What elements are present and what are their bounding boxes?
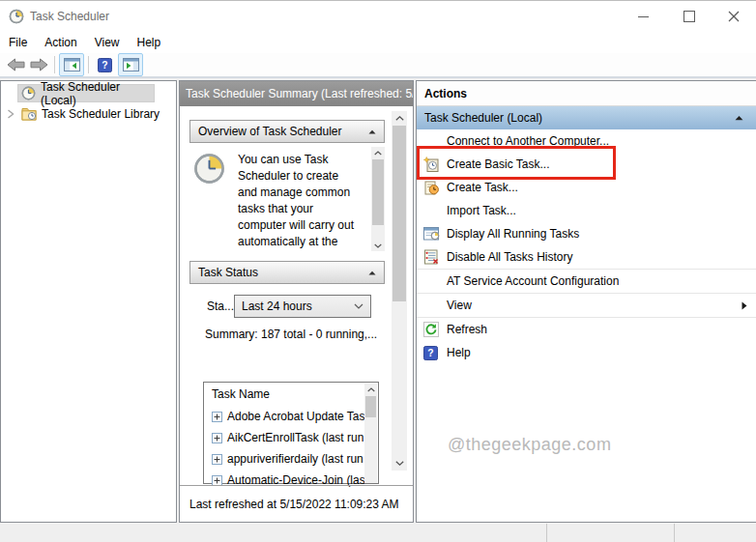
task-list-item[interactable]: AikCertEnrollTask (last run: [204, 427, 378, 448]
task-list-item[interactable]: appuriverifierdaily (last run: [204, 448, 378, 470]
actions-section-title: Task Scheduler (Local): [424, 111, 542, 125]
scroll-down-icon[interactable]: [371, 240, 385, 251]
task-list: Task Name Adobe Acrobat Update Tas AikCe…: [203, 382, 379, 484]
summary-panel: Task Scheduler Summary (Last refreshed: …: [179, 80, 414, 523]
scrollbar-thumb[interactable]: [372, 159, 384, 225]
expand-plus-icon[interactable]: [212, 454, 222, 465]
task-scheduler-clock-icon: [21, 86, 37, 101]
menu-view[interactable]: View: [86, 34, 129, 51]
tree-item-label: Task Scheduler Library: [42, 107, 160, 121]
action-disable-all-tasks-history[interactable]: Disable All Tasks History: [417, 245, 756, 269]
toolbar: ?: [0, 53, 756, 78]
status-period-dropdown[interactable]: Last 24 hours: [234, 295, 371, 318]
task-name: appuriverifierdaily (last run: [227, 452, 363, 466]
last-refreshed-bar: Last refreshed at 5/15/2022 11:09:23 AM: [180, 485, 413, 522]
console-tree-panel: Task Scheduler (Local) Task Scheduler Li…: [0, 80, 177, 523]
close-button[interactable]: [717, 4, 750, 29]
scroll-down-icon[interactable]: [392, 456, 407, 471]
toolbar-separator: [88, 56, 89, 73]
folder-clock-icon: [21, 106, 37, 122]
disable-history-icon: [423, 249, 440, 265]
minimize-button[interactable]: [626, 4, 659, 29]
collapse-up-icon[interactable]: [735, 115, 743, 121]
title-bar: Task Scheduler: [0, 1, 756, 32]
menu-file[interactable]: File: [0, 34, 36, 51]
back-button[interactable]: [4, 54, 27, 75]
overview-section-header[interactable]: Overview of Task Scheduler: [189, 120, 385, 143]
actions-header: Actions: [417, 81, 756, 106]
display-running-tasks-icon: [423, 226, 440, 242]
scrollbar-thumb[interactable]: [393, 126, 406, 301]
bottom-strip-divider: [546, 524, 547, 542]
create-task-icon: [423, 180, 440, 195]
minimize-icon: [638, 16, 649, 17]
collapse-up-icon[interactable]: [368, 129, 376, 134]
task-status-title: Task Status: [198, 266, 258, 279]
close-icon: [728, 11, 740, 22]
show-console-tree-icon: [64, 58, 80, 71]
actions-section-header[interactable]: Task Scheduler (Local): [417, 106, 756, 129]
back-icon: [7, 58, 25, 71]
tree-item-task-scheduler-library[interactable]: Task Scheduler Library: [7, 104, 177, 123]
refresh-icon: [423, 322, 440, 337]
chevron-down-icon: [354, 303, 363, 309]
task-list-scrollbar[interactable]: [364, 384, 377, 483]
task-status-section-header[interactable]: Task Status: [189, 261, 385, 284]
task-scheduler-window: Task Scheduler File Action View Help ?: [0, 0, 756, 542]
forward-button[interactable]: [27, 54, 50, 75]
collapse-up-icon[interactable]: [368, 271, 376, 275]
maximize-icon: [683, 11, 695, 22]
status-period-value: Last 24 hours: [242, 300, 312, 313]
help-toolbar-button[interactable]: ?: [93, 54, 116, 75]
menu-bar: File Action View Help: [0, 32, 756, 53]
menu-help[interactable]: Help: [129, 34, 170, 51]
forward-icon: [30, 58, 48, 71]
show-action-pane-button[interactable]: [118, 53, 143, 76]
action-display-all-running-tasks[interactable]: Display All Running Tasks: [417, 222, 756, 245]
bottom-strip-divider: [674, 524, 675, 542]
bottom-strip: [0, 524, 756, 542]
expand-plus-icon[interactable]: [212, 433, 222, 443]
overview-title: Overview of Task Scheduler: [198, 125, 342, 138]
action-view[interactable]: View: [417, 293, 756, 317]
summary-scrollbar[interactable]: [392, 111, 407, 471]
scroll-up-icon[interactable]: [364, 384, 377, 395]
help-icon: ?: [423, 345, 440, 360]
menu-action[interactable]: Action: [36, 34, 85, 51]
window-title: Task Scheduler: [30, 10, 109, 23]
action-import-task[interactable]: Import Task...: [417, 199, 756, 222]
show-console-tree-button[interactable]: [59, 53, 84, 76]
status-of-label: Sta...: [207, 300, 234, 313]
overview-clock-icon: [193, 153, 225, 187]
toolbar-separator: [54, 56, 55, 73]
tree-item-label: Task Scheduler (Local): [41, 80, 154, 107]
submenu-arrow-icon: [741, 301, 747, 310]
summary-header: Task Scheduler Summary (Last refreshed: …: [180, 81, 413, 106]
show-action-pane-icon: [123, 58, 139, 71]
overview-text: You can use Task Scheduler to create and…: [238, 152, 360, 250]
task-list-column-header[interactable]: Task Name: [204, 383, 378, 406]
expand-plus-icon[interactable]: [212, 412, 222, 422]
watermark: @thegeekpage.com: [448, 435, 611, 455]
scroll-up-icon[interactable]: [392, 111, 407, 126]
maximize-button[interactable]: [673, 4, 706, 29]
chevron-right-icon: [7, 109, 15, 119]
overview-scrollbar[interactable]: [371, 147, 385, 251]
help-icon: ?: [98, 58, 112, 72]
tree-item-task-scheduler-local[interactable]: Task Scheduler (Local): [17, 84, 155, 102]
highlight-annotation-create-basic-task: [417, 146, 616, 180]
status-summary-text: Summary: 187 total - 0 running,...: [205, 328, 377, 341]
task-scheduler-clock-icon: [9, 9, 24, 24]
action-at-service-account-configuration[interactable]: AT Service Account Configuration: [417, 269, 756, 293]
scrollbar-thumb[interactable]: [365, 396, 376, 417]
last-refreshed-text: Last refreshed at 5/15/2022 11:09:23 AM: [189, 498, 399, 511]
task-list-item[interactable]: Adobe Acrobat Update Tas: [204, 406, 378, 427]
action-refresh[interactable]: Refresh: [417, 317, 756, 341]
expand-plus-icon[interactable]: [212, 475, 222, 486]
task-name: AikCertEnrollTask (last run: [227, 431, 363, 444]
scroll-up-icon[interactable]: [371, 147, 385, 158]
svg-text:?: ?: [427, 348, 433, 358]
action-help[interactable]: ? Help: [417, 341, 756, 364]
task-name: Adobe Acrobat Update Tas: [227, 410, 365, 423]
svg-text:?: ?: [102, 60, 107, 71]
